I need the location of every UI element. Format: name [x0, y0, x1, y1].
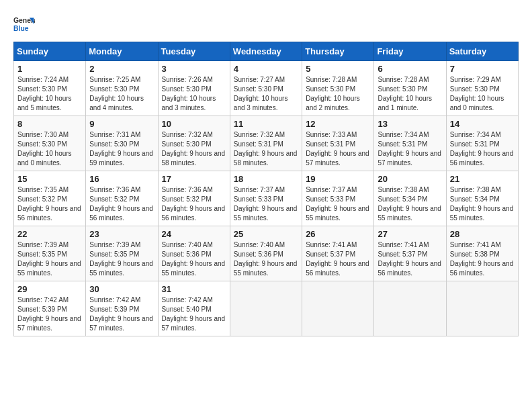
day-number: 8 [17, 119, 82, 129]
calendar-cell: 30 Sunrise: 7:42 AMSunset: 5:39 PMDaylig… [86, 281, 158, 336]
weekday-header-sunday: Sunday [14, 42, 86, 61]
day-number: 11 [234, 119, 298, 129]
day-detail: Sunrise: 7:24 AMSunset: 5:30 PMDaylight:… [17, 76, 72, 111]
calendar-cell: 5 Sunrise: 7:28 AMSunset: 5:30 PMDayligh… [302, 61, 374, 116]
day-number: 4 [234, 64, 298, 74]
calendar-week-1: 1 Sunrise: 7:24 AMSunset: 5:30 PMDayligh… [14, 61, 519, 116]
day-detail: Sunrise: 7:37 AMSunset: 5:33 PMDaylight:… [234, 186, 298, 222]
day-detail: Sunrise: 7:30 AMSunset: 5:30 PMDaylight:… [17, 131, 72, 167]
day-detail: Sunrise: 7:39 AMSunset: 5:35 PMDaylight:… [17, 241, 81, 277]
weekday-header-saturday: Saturday [446, 42, 518, 61]
page-header: General Blue [13, 13, 519, 35]
day-number: 3 [162, 64, 226, 74]
day-number: 29 [17, 284, 82, 294]
weekday-header-tuesday: Tuesday [158, 42, 230, 61]
day-number: 16 [89, 174, 154, 184]
weekday-header-wednesday: Wednesday [230, 42, 302, 61]
calendar-week-5: 29 Sunrise: 7:42 AMSunset: 5:39 PMDaylig… [14, 281, 519, 336]
day-number: 12 [306, 119, 370, 129]
calendar-cell: 3 Sunrise: 7:26 AMSunset: 5:30 PMDayligh… [158, 61, 230, 116]
logo: General Blue [13, 13, 35, 35]
day-number: 21 [450, 174, 515, 184]
day-detail: Sunrise: 7:42 AMSunset: 5:40 PMDaylight:… [162, 296, 226, 332]
day-detail: Sunrise: 7:33 AMSunset: 5:31 PMDaylight:… [306, 131, 369, 167]
day-detail: Sunrise: 7:42 AMSunset: 5:39 PMDaylight:… [89, 296, 153, 332]
day-detail: Sunrise: 7:36 AMSunset: 5:32 PMDaylight:… [89, 186, 153, 222]
day-number: 17 [162, 174, 226, 184]
calendar-cell: 23 Sunrise: 7:39 AMSunset: 5:35 PMDaylig… [86, 226, 158, 281]
day-detail: Sunrise: 7:36 AMSunset: 5:32 PMDaylight:… [162, 186, 226, 222]
calendar-cell: 6 Sunrise: 7:28 AMSunset: 5:30 PMDayligh… [374, 61, 446, 116]
weekday-header-thursday: Thursday [302, 42, 374, 61]
calendar-week-3: 15 Sunrise: 7:35 AMSunset: 5:32 PMDaylig… [14, 171, 519, 226]
calendar-cell: 21 Sunrise: 7:38 AMSunset: 5:34 PMDaylig… [446, 171, 518, 226]
calendar-week-4: 22 Sunrise: 7:39 AMSunset: 5:35 PMDaylig… [14, 226, 519, 281]
day-detail: Sunrise: 7:27 AMSunset: 5:30 PMDaylight:… [234, 76, 288, 111]
calendar-cell: 22 Sunrise: 7:39 AMSunset: 5:35 PMDaylig… [14, 226, 86, 281]
day-detail: Sunrise: 7:41 AMSunset: 5:37 PMDaylight:… [306, 241, 369, 277]
day-number: 20 [378, 174, 442, 184]
day-detail: Sunrise: 7:38 AMSunset: 5:34 PMDaylight:… [450, 186, 514, 222]
day-number: 27 [378, 229, 442, 239]
calendar-cell: 8 Sunrise: 7:30 AMSunset: 5:30 PMDayligh… [14, 116, 86, 171]
calendar-header-row: SundayMondayTuesdayWednesdayThursdayFrid… [14, 42, 519, 61]
day-number: 30 [89, 284, 154, 294]
calendar-cell: 15 Sunrise: 7:35 AMSunset: 5:32 PMDaylig… [14, 171, 86, 226]
calendar-cell: 27 Sunrise: 7:41 AMSunset: 5:37 PMDaylig… [374, 226, 446, 281]
day-number: 18 [234, 174, 298, 184]
day-detail: Sunrise: 7:26 AMSunset: 5:30 PMDaylight:… [162, 76, 216, 111]
calendar-cell: 12 Sunrise: 7:33 AMSunset: 5:31 PMDaylig… [302, 116, 374, 171]
calendar-cell: 24 Sunrise: 7:40 AMSunset: 5:36 PMDaylig… [158, 226, 230, 281]
calendar-cell: 4 Sunrise: 7:27 AMSunset: 5:30 PMDayligh… [230, 61, 302, 116]
day-detail: Sunrise: 7:41 AMSunset: 5:37 PMDaylight:… [378, 241, 441, 277]
weekday-header-monday: Monday [86, 42, 158, 61]
calendar-cell: 17 Sunrise: 7:36 AMSunset: 5:32 PMDaylig… [158, 171, 230, 226]
day-detail: Sunrise: 7:34 AMSunset: 5:31 PMDaylight:… [378, 131, 441, 167]
day-detail: Sunrise: 7:42 AMSunset: 5:39 PMDaylight:… [17, 296, 81, 332]
logo-icon: General Blue [13, 13, 35, 35]
day-number: 10 [162, 119, 226, 129]
calendar-cell: 31 Sunrise: 7:42 AMSunset: 5:40 PMDaylig… [158, 281, 230, 336]
day-number: 6 [378, 64, 442, 74]
calendar-cell: 16 Sunrise: 7:36 AMSunset: 5:32 PMDaylig… [86, 171, 158, 226]
day-detail: Sunrise: 7:40 AMSunset: 5:36 PMDaylight:… [162, 241, 226, 277]
calendar-week-2: 8 Sunrise: 7:30 AMSunset: 5:30 PMDayligh… [14, 116, 519, 171]
calendar-body: 1 Sunrise: 7:24 AMSunset: 5:30 PMDayligh… [14, 61, 519, 336]
calendar-cell: 11 Sunrise: 7:32 AMSunset: 5:31 PMDaylig… [230, 116, 302, 171]
day-detail: Sunrise: 7:41 AMSunset: 5:38 PMDaylight:… [450, 241, 514, 277]
calendar-table: SundayMondayTuesdayWednesdayThursdayFrid… [13, 42, 519, 336]
day-number: 2 [89, 64, 154, 74]
day-number: 13 [378, 119, 442, 129]
day-detail: Sunrise: 7:32 AMSunset: 5:31 PMDaylight:… [234, 131, 298, 167]
calendar-cell [230, 281, 302, 336]
day-detail: Sunrise: 7:28 AMSunset: 5:30 PMDaylight:… [306, 76, 360, 111]
day-number: 22 [17, 229, 82, 239]
day-number: 14 [450, 119, 515, 129]
calendar-cell: 2 Sunrise: 7:25 AMSunset: 5:30 PMDayligh… [86, 61, 158, 116]
calendar-cell: 28 Sunrise: 7:41 AMSunset: 5:38 PMDaylig… [446, 226, 518, 281]
day-detail: Sunrise: 7:37 AMSunset: 5:33 PMDaylight:… [306, 186, 369, 222]
calendar-cell: 10 Sunrise: 7:32 AMSunset: 5:30 PMDaylig… [158, 116, 230, 171]
day-detail: Sunrise: 7:25 AMSunset: 5:30 PMDaylight:… [89, 76, 144, 111]
day-number: 9 [89, 119, 154, 129]
calendar-cell: 18 Sunrise: 7:37 AMSunset: 5:33 PMDaylig… [230, 171, 302, 226]
calendar-cell: 25 Sunrise: 7:40 AMSunset: 5:36 PMDaylig… [230, 226, 302, 281]
day-detail: Sunrise: 7:32 AMSunset: 5:30 PMDaylight:… [162, 131, 226, 167]
day-detail: Sunrise: 7:39 AMSunset: 5:35 PMDaylight:… [89, 241, 153, 277]
calendar-cell: 13 Sunrise: 7:34 AMSunset: 5:31 PMDaylig… [374, 116, 446, 171]
day-number: 31 [162, 284, 226, 294]
day-detail: Sunrise: 7:38 AMSunset: 5:34 PMDaylight:… [378, 186, 441, 222]
day-number: 25 [234, 229, 298, 239]
calendar-cell: 26 Sunrise: 7:41 AMSunset: 5:37 PMDaylig… [302, 226, 374, 281]
day-detail: Sunrise: 7:40 AMSunset: 5:36 PMDaylight:… [234, 241, 298, 277]
calendar-cell: 19 Sunrise: 7:37 AMSunset: 5:33 PMDaylig… [302, 171, 374, 226]
day-number: 26 [306, 229, 370, 239]
svg-text:Blue: Blue [13, 25, 29, 32]
day-number: 28 [450, 229, 515, 239]
day-detail: Sunrise: 7:34 AMSunset: 5:31 PMDaylight:… [450, 131, 514, 167]
day-number: 15 [17, 174, 82, 184]
day-number: 7 [450, 64, 515, 74]
day-number: 5 [306, 64, 370, 74]
calendar-cell: 29 Sunrise: 7:42 AMSunset: 5:39 PMDaylig… [14, 281, 86, 336]
calendar-cell: 1 Sunrise: 7:24 AMSunset: 5:30 PMDayligh… [14, 61, 86, 116]
